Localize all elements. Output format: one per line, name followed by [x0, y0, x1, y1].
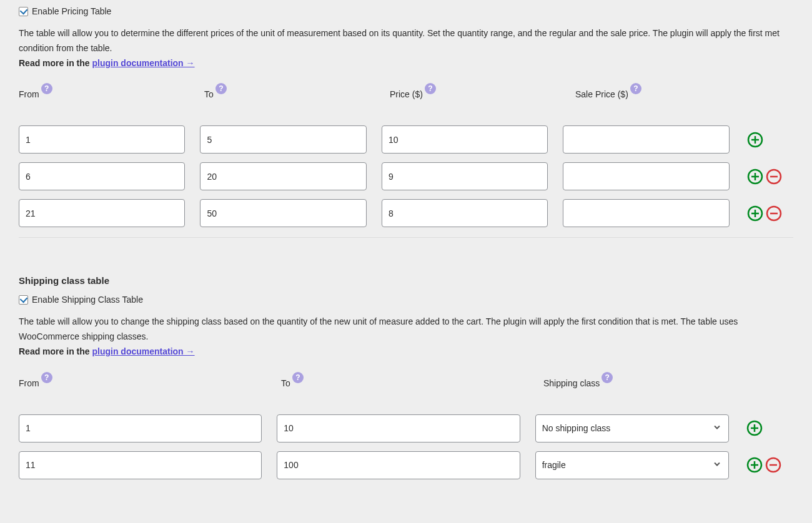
help-icon[interactable]: ?	[215, 83, 227, 94]
shipping-header-from: From	[19, 378, 39, 388]
pricing-row	[19, 162, 793, 190]
pricing-sale-input[interactable]	[563, 199, 729, 227]
shipping-header-class: Shipping class	[543, 378, 600, 388]
pricing-from-input[interactable]	[19, 125, 185, 154]
help-icon[interactable]: ?	[41, 372, 52, 383]
shipping-column-headers: From? To? Shipping class?	[19, 378, 793, 389]
pricing-to-input[interactable]	[200, 199, 366, 227]
pricing-column-headers: From? To? Price ($)? Sale Price ($)?	[19, 89, 793, 100]
shipping-from-input[interactable]	[19, 414, 262, 442]
enable-pricing-checkbox[interactable]	[19, 7, 28, 16]
enable-pricing-row: Enable Pricing Table	[19, 6, 793, 16]
pricing-row	[19, 199, 793, 227]
add-row-button[interactable]	[746, 457, 763, 473]
pricing-from-input[interactable]	[19, 199, 185, 227]
pricing-sale-input[interactable]	[563, 162, 729, 190]
pricing-to-input[interactable]	[200, 162, 366, 190]
enable-shipping-label: Enable Shipping Class Table	[32, 295, 143, 305]
pricing-price-input[interactable]	[382, 199, 548, 227]
remove-row-button[interactable]	[765, 457, 781, 473]
pricing-header-from: From	[19, 89, 39, 99]
add-row-button[interactable]	[747, 205, 763, 222]
pricing-header-sale: Sale Price ($)	[575, 89, 628, 99]
pricing-doc-link[interactable]: plugin documentation →	[92, 58, 194, 68]
shipping-class-select[interactable]: No shipping classfragile	[535, 414, 730, 442]
remove-row-button[interactable]	[766, 205, 782, 222]
shipping-section-title: Shipping class table	[19, 263, 793, 286]
shipping-class-select[interactable]: No shipping classfragile	[535, 451, 730, 479]
help-icon[interactable]: ?	[41, 83, 52, 94]
shipping-doc-link[interactable]: plugin documentation →	[92, 346, 194, 356]
pricing-to-input[interactable]	[200, 125, 366, 154]
help-icon[interactable]: ?	[602, 372, 613, 383]
add-row-button[interactable]	[747, 169, 763, 185]
add-row-button[interactable]	[746, 420, 763, 436]
add-row-button[interactable]	[747, 132, 763, 148]
pricing-sale-input[interactable]	[563, 125, 729, 154]
pricing-row	[19, 125, 793, 154]
shipping-header-to: To	[281, 378, 290, 388]
enable-pricing-label: Enable Pricing Table	[32, 6, 111, 16]
pricing-header-to: To	[204, 89, 214, 99]
remove-row-button[interactable]	[766, 169, 782, 185]
shipping-description: The table will allow you to change the s…	[19, 315, 793, 359]
pricing-price-input[interactable]	[382, 125, 548, 154]
pricing-description: The table will allow you to determine th…	[19, 26, 793, 71]
pricing-from-input[interactable]	[19, 162, 185, 190]
shipping-row: No shipping classfragile	[19, 414, 793, 442]
help-icon[interactable]: ?	[292, 372, 304, 383]
help-icon[interactable]: ?	[425, 83, 436, 94]
enable-shipping-row: Enable Shipping Class Table	[19, 295, 793, 305]
shipping-row: No shipping classfragile	[19, 451, 793, 479]
pricing-price-input[interactable]	[382, 162, 548, 190]
help-icon[interactable]: ?	[630, 83, 641, 94]
shipping-to-input[interactable]	[277, 414, 520, 442]
shipping-from-input[interactable]	[19, 451, 262, 479]
pricing-header-price: Price ($)	[390, 89, 423, 99]
shipping-to-input[interactable]	[277, 451, 520, 479]
enable-shipping-checkbox[interactable]	[19, 295, 28, 305]
